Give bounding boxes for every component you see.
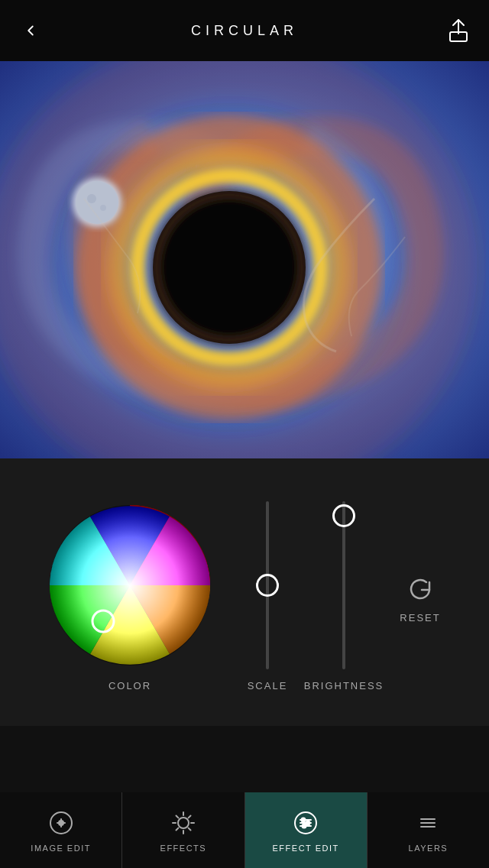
svg-point-34 (306, 821, 310, 824)
reset-icon (405, 573, 436, 604)
color-wheel-container: COLOR (31, 501, 229, 691)
brightness-slider[interactable] (342, 501, 345, 669)
brightness-thumb[interactable] (332, 504, 355, 527)
share-icon (448, 18, 469, 43)
color-wheel[interactable] (46, 501, 214, 669)
scale-thumb[interactable] (256, 574, 279, 597)
reset-container: RESET (382, 569, 458, 623)
tab-effect-edit-label: EFFECT EDIT (273, 844, 339, 853)
app-title: CIRCULAR (191, 23, 298, 39)
brightness-label: BRIGHTNESS (304, 680, 384, 691)
tab-effects-label: EFFECTS (160, 844, 207, 853)
svg-point-35 (303, 824, 306, 828)
brightness-slider-container: BRIGHTNESS (306, 501, 382, 691)
layers-icon (413, 808, 442, 837)
svg-line-26 (188, 828, 190, 830)
svg-point-19 (59, 821, 63, 825)
svg-point-11 (87, 194, 96, 203)
mixer-icon (291, 808, 320, 837)
reset-label: RESET (400, 612, 440, 623)
reset-button[interactable] (401, 569, 439, 607)
svg-point-14 (50, 505, 210, 666)
tab-layers[interactable]: LAYERS (368, 792, 489, 868)
header: CIRCULAR (0, 0, 489, 61)
share-button[interactable] (443, 15, 474, 46)
sun-icon (169, 808, 198, 837)
tab-effects[interactable]: EFFECTS (122, 792, 244, 868)
back-button[interactable] (15, 15, 46, 46)
scale-label: SCALE (248, 680, 288, 691)
svg-point-7 (164, 202, 294, 332)
svg-point-12 (100, 205, 106, 211)
color-label: COLOR (108, 680, 151, 691)
controls-row: COLOR SCALE BRIGHTNESS RESET (0, 458, 489, 726)
svg-line-27 (188, 815, 190, 818)
tab-image-edit-label: IMAGE EDIT (31, 844, 91, 853)
back-icon (22, 22, 39, 39)
circular-image (0, 61, 489, 458)
svg-point-33 (302, 818, 306, 821)
sliders-icon (47, 808, 76, 837)
tab-image-edit[interactable]: IMAGE EDIT (0, 792, 121, 868)
svg-point-20 (178, 818, 189, 828)
scale-slider[interactable] (266, 501, 269, 669)
scale-slider-container: SCALE (229, 501, 306, 691)
svg-line-25 (176, 815, 178, 818)
controls-panel: COLOR SCALE BRIGHTNESS RESET (0, 458, 489, 726)
tab-layers-label: LAYERS (409, 844, 449, 853)
svg-point-10 (76, 181, 118, 224)
image-canvas (0, 61, 489, 458)
tab-effect-edit[interactable]: EFFECT EDIT (245, 792, 367, 868)
svg-line-28 (176, 828, 178, 830)
tab-bar: IMAGE EDIT EFFECTS (0, 792, 489, 868)
